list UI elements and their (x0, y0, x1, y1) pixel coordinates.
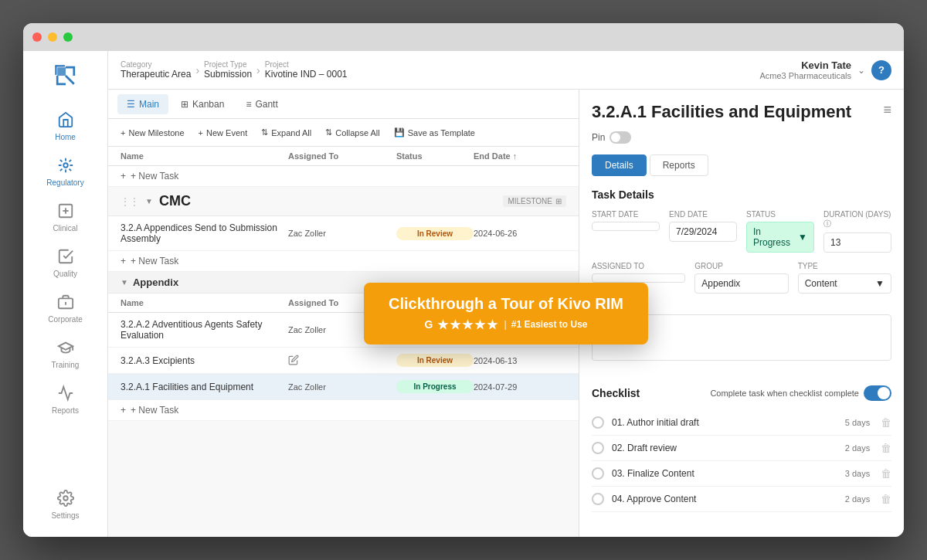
sidebar-item-corporate[interactable]: Corporate (23, 286, 107, 331)
end-date-field: End Date 7/29/2024 (669, 210, 737, 253)
g2-logo: G (425, 318, 433, 331)
checklist-circle-3[interactable] (592, 467, 604, 480)
tour-overlay[interactable]: Clickthrough a Tour of Kivo RIM G ★★★★★ … (364, 283, 648, 344)
collapse-appendix-icon[interactable]: ▼ (121, 278, 128, 287)
checklist-item-label-4: 04. Approve Content (612, 494, 834, 504)
checklist-days-4: 2 days (842, 494, 873, 504)
delete-icon-1[interactable]: 🗑 (881, 416, 891, 429)
close-dot[interactable] (32, 32, 42, 42)
assigned-to-value[interactable] (592, 273, 685, 283)
tab-details[interactable]: Details (592, 154, 647, 176)
corporate-icon (57, 294, 74, 312)
settings-icon (57, 490, 74, 508)
user-section[interactable]: Kevin Tate Acme3 Pharmaceuticals ⌄ ? (759, 59, 891, 80)
list-item: 01. Author initial draft 5 days 🗑 (592, 410, 891, 436)
tab-gantt[interactable]: ≡ Gantt (236, 94, 287, 114)
details-grid-top: Start Date End Date 7/29/2024 Status In (592, 210, 891, 253)
group-field: Group Appendix (694, 262, 788, 294)
breadcrumb-project: Project Kivotine IND – 0001 (265, 60, 348, 80)
user-chevron-icon[interactable]: ⌄ (857, 65, 865, 76)
new-event-icon: + (199, 128, 203, 137)
delete-icon-3[interactable]: 🗑 (881, 467, 891, 480)
kanban-tab-icon: ⊞ (181, 99, 188, 110)
new-milestone-button[interactable]: + New Milestone (114, 125, 191, 141)
help-button[interactable]: ? (871, 60, 891, 80)
panel-menu-icon[interactable]: ≡ (883, 102, 891, 118)
new-task-row-cmc[interactable]: + + New Task (108, 251, 579, 272)
checklist-days-1: 5 days (842, 418, 873, 427)
duration-info-icon: ⓘ (823, 219, 831, 228)
type-value[interactable]: Content ▼ (798, 273, 891, 294)
list-item: 04. Approve Content 2 days 🗑 (592, 487, 891, 512)
expand-all-button[interactable]: ⇅ Expand All (255, 124, 317, 141)
duration-value[interactable]: 13 (823, 232, 891, 253)
clinical-icon (57, 202, 74, 221)
sidebar-item-home[interactable]: Home (23, 104, 107, 149)
checklist-item-label-2: 02. Draft review (612, 443, 834, 453)
checklist-circle-2[interactable] (592, 442, 604, 454)
appendix-title: Appendix (133, 277, 178, 288)
tab-reports[interactable]: Reports (650, 154, 708, 176)
sidebar-item-settings[interactable]: Settings (23, 482, 107, 528)
pin-toggle[interactable] (610, 131, 631, 144)
breadcrumb-project-type: Project Type Submission (204, 60, 252, 80)
drag-handle-cmc[interactable]: ⋮⋮ (121, 196, 139, 207)
new-task-row-top[interactable]: + + New Task (108, 166, 579, 187)
group-value[interactable]: Appendix (694, 273, 788, 294)
breadcrumb-category: Category Therapeutic Area (121, 60, 191, 80)
training-icon (57, 339, 74, 358)
svg-point-0 (63, 163, 68, 168)
save-as-template-button[interactable]: 💾 Save as Template (388, 124, 481, 141)
quality-icon (57, 248, 74, 266)
tour-banner[interactable]: Clickthrough a Tour of Kivo RIM G ★★★★★ … (364, 283, 648, 344)
status-badge: In Progress (396, 380, 474, 393)
status-field: Status In Progress ▼ (746, 210, 814, 253)
tour-banner-text: Clickthrough a Tour of Kivo RIM (389, 295, 623, 313)
collapse-all-button[interactable]: ⇅ Collapse All (319, 124, 385, 141)
status-value[interactable]: In Progress ▼ (746, 222, 814, 253)
divider: | (504, 319, 506, 330)
sidebar-item-training[interactable]: Training (23, 331, 107, 377)
pin-row: Pin (592, 131, 891, 144)
actions-bar: + New Milestone + New Event ⇅ Expand All (108, 119, 579, 147)
status-dropdown-icon: ▼ (798, 232, 807, 243)
task-details-section: Task Details Start Date End Date 7/29/20… (592, 188, 891, 373)
checklist-days-3: 3 days (842, 469, 873, 478)
top-header: Category Therapeutic Area › Project Type… (108, 51, 904, 90)
status-badge: In Review (396, 227, 474, 240)
expand-all-icon: ⇅ (261, 127, 268, 137)
end-date-value[interactable]: 7/29/2024 (669, 222, 737, 242)
checklist-circle-1[interactable] (592, 416, 604, 429)
user-company: Acme3 Pharmaceuticals (759, 71, 851, 80)
tab-kanban[interactable]: ⊞ Kanban (171, 94, 233, 114)
start-date-value[interactable] (592, 222, 660, 231)
checklist-toggle-label: Complete task when checklist complete (710, 385, 891, 401)
type-dropdown-icon: ▼ (875, 278, 885, 289)
checklist-toggle[interactable] (864, 385, 891, 401)
app-logo (50, 60, 81, 91)
sidebar-item-clinical[interactable]: Clinical (23, 195, 107, 240)
edit-icon (288, 355, 299, 365)
checklist-circle-4[interactable] (592, 493, 604, 505)
collapse-cmc-icon[interactable]: ▼ (145, 197, 153, 205)
pin-label: Pin (592, 132, 605, 143)
maximize-dot[interactable] (63, 32, 73, 42)
delete-icon-2[interactable]: 🗑 (881, 442, 891, 454)
table-header: Name Assigned To Status End Date ↑ (108, 147, 579, 166)
minimize-dot[interactable] (48, 32, 57, 42)
new-event-button[interactable]: + New Event (192, 125, 254, 141)
table-row[interactable]: 3.2.A.1 Facilities and Equipment Zac Zol… (108, 374, 579, 400)
delete-icon-4[interactable]: 🗑 (881, 493, 891, 505)
add-task-icon-bottom: + (121, 405, 126, 416)
sidebar-item-clinical-label: Clinical (53, 224, 77, 232)
milestone-badge-cmc: MILESTONE ⊞ (503, 195, 566, 207)
sidebar-item-reports[interactable]: Reports (23, 377, 107, 423)
tab-main[interactable]: ☰ Main (117, 94, 168, 114)
sidebar-item-regulatory[interactable]: Regulatory (23, 149, 107, 195)
sidebar-item-quality[interactable]: Quality (23, 240, 107, 286)
gantt-tab-icon: ≡ (246, 99, 251, 110)
table-row[interactable]: 3.2.A Appendices Send to Submission Asse… (108, 216, 579, 251)
new-task-row-bottom[interactable]: + + New Task (108, 400, 579, 421)
checklist-header: Checklist Complete task when checklist c… (592, 385, 891, 401)
table-row[interactable]: 3.2.A.3 Excipients In Review 2024-06-13 (108, 348, 579, 374)
